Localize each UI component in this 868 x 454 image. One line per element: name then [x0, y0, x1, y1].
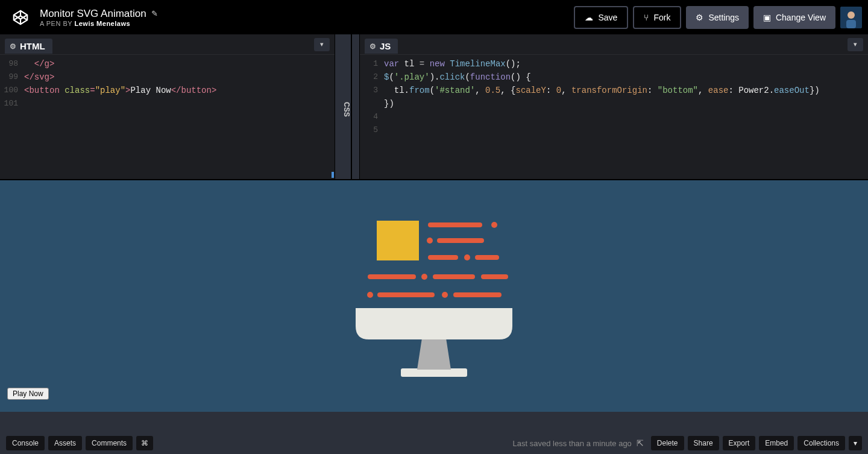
fork-button[interactable]: ⑂ Fork	[633, 6, 681, 29]
assets-button[interactable]: Assets	[48, 436, 82, 450]
svg-rect-6	[401, 368, 467, 377]
export-button[interactable]: Export	[723, 436, 756, 450]
js-label: JS	[380, 41, 391, 51]
change-view-label: Change View	[776, 13, 826, 22]
js-editor[interactable]: 12345 var tl = new TimelineMax();$('.pla…	[360, 55, 868, 179]
svg-rect-5	[846, 20, 856, 28]
svg-rect-15	[475, 255, 499, 260]
monitor-svg	[344, 212, 524, 380]
panel-splitter[interactable]	[351, 34, 360, 179]
js-tab[interactable]: ⚙ JS	[365, 39, 398, 54]
pen-title[interactable]: Monitor SVG Animation	[40, 8, 146, 20]
html-code[interactable]: </g></svg><button class="play">Play Now<…	[22, 55, 221, 179]
svg-point-11	[427, 238, 433, 244]
svg-rect-19	[481, 274, 508, 279]
chevron-down-icon[interactable]: ▾	[848, 38, 863, 51]
chevron-down-icon[interactable]: ▾	[314, 38, 330, 51]
save-button[interactable]: ☁ Save	[574, 6, 628, 29]
css-tab-collapsed[interactable]: CSS	[335, 34, 351, 179]
delete-button[interactable]: Delete	[651, 436, 684, 450]
html-editor[interactable]: 9899100101 </g></svg><button class="play…	[0, 55, 335, 179]
console-button[interactable]: Console	[6, 436, 45, 450]
svg-point-22	[442, 292, 448, 298]
layout-icon: ▣	[763, 13, 771, 22]
svg-point-14	[464, 254, 470, 260]
preview-pane: Play Now	[0, 179, 868, 412]
codepen-logo-icon	[12, 9, 29, 26]
gear-icon[interactable]: ⚙	[10, 42, 16, 51]
footer-bar: Console Assets Comments ⌘ Last saved les…	[0, 432, 868, 454]
svg-rect-16	[368, 274, 416, 279]
status-label: Last saved less than a minute ago	[513, 439, 632, 448]
scroll-indicator	[332, 172, 334, 178]
svg-point-17	[421, 274, 427, 280]
html-gutter: 9899100101	[0, 55, 22, 179]
settings-label: Settings	[708, 13, 739, 22]
svg-rect-23	[453, 292, 502, 297]
pencil-icon[interactable]: ✎	[151, 9, 158, 18]
js-gutter: 12345	[360, 55, 382, 179]
svg-rect-12	[437, 238, 484, 243]
save-label: Save	[598, 13, 617, 22]
html-tab[interactable]: ⚙ HTML	[5, 39, 52, 54]
css-label: CSS	[342, 102, 351, 117]
top-bar: Monitor SVG Animation ✎ A PEN BY Lewis M…	[0, 0, 868, 34]
byline-prefix: A PEN BY	[40, 20, 75, 27]
html-panel-header: ⚙ HTML ▾	[0, 34, 335, 55]
share-button[interactable]: Share	[688, 436, 719, 450]
more-button[interactable]: ▾	[849, 436, 862, 450]
author-link[interactable]: Lewis Menelaws	[75, 20, 131, 27]
embed-button[interactable]: Embed	[759, 436, 794, 450]
html-label: HTML	[20, 41, 45, 51]
js-panel: ⚙ JS ▾ 12345 var tl = new TimelineMax();…	[360, 34, 868, 179]
gear-icon: ⚙	[696, 13, 703, 22]
save-status: Last saved less than a minute ago ⇱	[513, 438, 644, 448]
fork-label: Fork	[653, 13, 670, 22]
fork-icon: ⑂	[644, 13, 649, 22]
svg-point-4	[848, 11, 855, 19]
svg-rect-9	[428, 222, 482, 227]
svg-point-10	[491, 222, 497, 228]
bottom-spacer	[0, 412, 868, 432]
js-panel-header: ⚙ JS ▾	[360, 34, 868, 55]
js-code[interactable]: var tl = new TimelineMax();$('.play').cl…	[382, 55, 825, 179]
svg-marker-7	[417, 338, 451, 370]
comments-button[interactable]: Comments	[86, 436, 133, 450]
svg-rect-18	[433, 274, 475, 279]
title-group: Monitor SVG Animation ✎ A PEN BY Lewis M…	[40, 8, 567, 27]
svg-rect-21	[377, 292, 435, 297]
svg-rect-13	[428, 255, 458, 260]
collections-button[interactable]: Collections	[797, 436, 845, 450]
svg-point-20	[367, 292, 373, 298]
svg-rect-8	[377, 221, 419, 260]
html-panel: ⚙ HTML ▾ 9899100101 </g></svg><button cl…	[0, 34, 335, 179]
editors-row: ⚙ HTML ▾ 9899100101 </g></svg><button cl…	[0, 34, 868, 179]
cloud-icon: ☁	[585, 13, 593, 22]
change-view-button[interactable]: ▣ Change View	[753, 6, 835, 29]
popout-icon[interactable]: ⇱	[637, 438, 644, 448]
top-actions: ☁ Save ⑂ Fork ⚙ Settings ▣ Change View	[574, 6, 862, 29]
avatar[interactable]	[840, 7, 862, 28]
byline: A PEN BY Lewis Menelaws	[40, 20, 567, 27]
shortcuts-button[interactable]: ⌘	[136, 436, 153, 450]
gear-icon[interactable]: ⚙	[370, 42, 376, 51]
play-now-button[interactable]: Play Now	[7, 388, 49, 400]
settings-button[interactable]: ⚙ Settings	[686, 6, 749, 29]
